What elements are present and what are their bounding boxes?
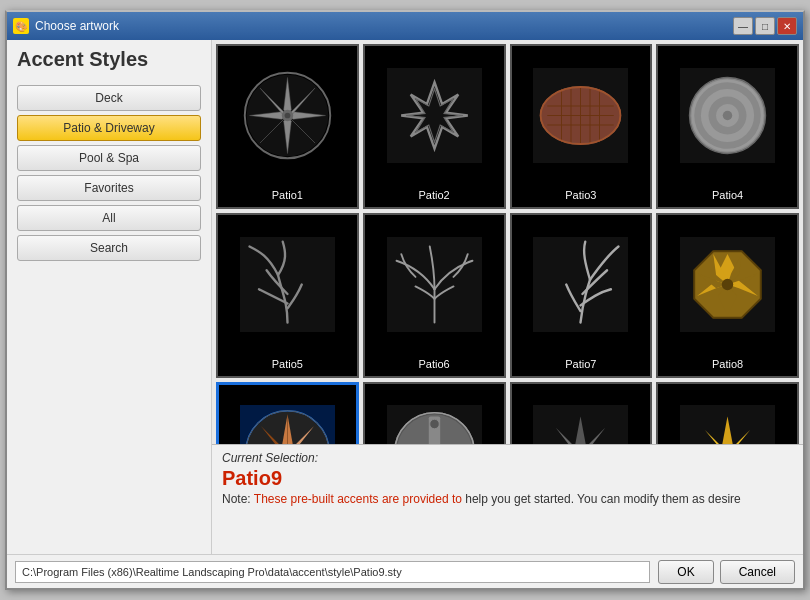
grid-item-patio5[interactable]: Patio5 bbox=[216, 213, 359, 378]
current-selection-label: Current Selection: bbox=[222, 451, 793, 465]
grid-item-img-patio5 bbox=[218, 215, 357, 354]
grid-item-img-patio9 bbox=[219, 385, 356, 445]
grid-item-patio4[interactable]: Patio4 bbox=[656, 44, 799, 209]
grid-item-label-patio6: Patio6 bbox=[419, 356, 450, 372]
grid-item-label-patio5: Patio5 bbox=[272, 356, 303, 372]
grid-area[interactable]: Patio1 bbox=[212, 40, 803, 444]
sidebar-item-favorites[interactable]: Favorites bbox=[17, 175, 201, 201]
grid-item-patio1[interactable]: Patio1 bbox=[216, 44, 359, 209]
grid-item-img-patio2 bbox=[365, 46, 504, 185]
main-area: Patio1 bbox=[212, 40, 803, 554]
svg-point-69 bbox=[429, 420, 439, 430]
grid-item-patio3[interactable]: Patio3 bbox=[510, 44, 653, 209]
content-area: Accent Styles Deck Patio & Driveway Pool… bbox=[7, 40, 803, 554]
current-selection-value: Patio9 bbox=[222, 467, 793, 490]
note-body: help you get started. You can modify the… bbox=[465, 492, 741, 506]
grid-item-patio8[interactable]: Patio8 bbox=[656, 213, 799, 378]
svg-point-11 bbox=[285, 113, 291, 119]
status-bar: C:\Program Files (x86)\Realtime Landscap… bbox=[7, 554, 803, 588]
sidebar-item-deck[interactable]: Deck bbox=[17, 85, 201, 111]
window-title: Choose artwork bbox=[35, 19, 119, 33]
grid-item-label-patio1: Patio1 bbox=[272, 187, 303, 203]
grid-item-patio11[interactable]: Patio11 bbox=[510, 382, 653, 445]
grid-item-img-patio1 bbox=[218, 46, 357, 185]
note-highlight: These pre-built accents are provided to bbox=[254, 492, 465, 506]
grid-item-label-patio3: Patio3 bbox=[565, 187, 596, 203]
sidebar-item-all[interactable]: All bbox=[17, 205, 201, 231]
status-path: C:\Program Files (x86)\Realtime Landscap… bbox=[15, 561, 650, 583]
grid-item-patio10[interactable]: Patio10 bbox=[363, 382, 506, 445]
minimize-button[interactable]: — bbox=[733, 17, 753, 35]
svg-point-46 bbox=[722, 278, 733, 289]
cancel-button[interactable]: Cancel bbox=[720, 560, 795, 584]
sidebar-item-patio-driveway[interactable]: Patio & Driveway bbox=[17, 115, 201, 141]
grid-item-label-patio7: Patio7 bbox=[565, 356, 596, 372]
grid-item-patio2[interactable]: Patio2 bbox=[363, 44, 506, 209]
sidebar: Accent Styles Deck Patio & Driveway Pool… bbox=[7, 40, 212, 554]
title-bar: 🎨 Choose artwork — □ ✕ bbox=[7, 12, 803, 40]
grid-item-patio9[interactable]: Patio9 bbox=[216, 382, 359, 445]
grid-item-img-patio6 bbox=[365, 215, 504, 354]
grid-item-img-patio12 bbox=[658, 384, 797, 445]
title-bar-left: 🎨 Choose artwork bbox=[13, 18, 119, 34]
grid-item-img-patio11 bbox=[512, 384, 651, 445]
status-buttons: OK Cancel bbox=[658, 560, 795, 584]
sidebar-item-pool-spa[interactable]: Pool & Spa bbox=[17, 145, 201, 171]
grid-item-patio7[interactable]: Patio7 bbox=[510, 213, 653, 378]
note-label: Note: bbox=[222, 492, 251, 506]
grid-item-label-patio8: Patio8 bbox=[712, 356, 743, 372]
sidebar-title: Accent Styles bbox=[17, 48, 201, 75]
grid-item-label-patio4: Patio4 bbox=[712, 187, 743, 203]
note-text: Note: These pre-built accents are provid… bbox=[222, 492, 793, 506]
grid-item-label-patio2: Patio2 bbox=[419, 187, 450, 203]
grid-item-patio6[interactable]: Patio6 bbox=[363, 213, 506, 378]
grid-item-img-patio4 bbox=[658, 46, 797, 185]
grid-item-img-patio10 bbox=[365, 384, 504, 445]
window-icon: 🎨 bbox=[13, 18, 29, 34]
maximize-button[interactable]: □ bbox=[755, 17, 775, 35]
sidebar-item-search[interactable]: Search bbox=[17, 235, 201, 261]
grid-item-img-patio3 bbox=[512, 46, 651, 185]
artwork-grid: Patio1 bbox=[216, 44, 799, 444]
bottom-info-area: Current Selection: Patio9 Note: These pr… bbox=[212, 444, 803, 554]
grid-item-img-patio7 bbox=[512, 215, 651, 354]
title-buttons: — □ ✕ bbox=[733, 17, 797, 35]
main-window: 🎨 Choose artwork — □ ✕ Accent Styles Dec… bbox=[5, 10, 805, 590]
ok-button[interactable]: OK bbox=[658, 560, 713, 584]
close-button[interactable]: ✕ bbox=[777, 17, 797, 35]
grid-item-patio12[interactable]: Patio12 bbox=[656, 382, 799, 445]
grid-item-img-patio8 bbox=[658, 215, 797, 354]
svg-point-32 bbox=[723, 111, 733, 121]
